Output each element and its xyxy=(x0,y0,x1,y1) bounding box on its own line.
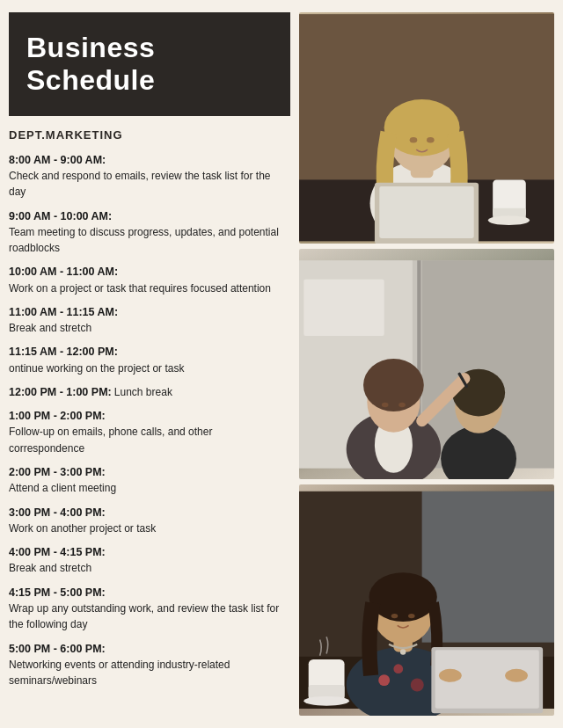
item-text-7: Follow-up on emails, phone calls, and ot… xyxy=(9,426,212,454)
time-label-11: 4:15 PM - 5:00 PM: xyxy=(9,586,106,599)
department-label: DEPT.MARKETING xyxy=(9,128,285,142)
time-label-4: 11:00 AM - 11:15 AM: xyxy=(9,306,118,318)
svg-point-34 xyxy=(393,665,403,674)
svg-point-26 xyxy=(398,403,406,407)
left-panel: Business Schedule DEPT.MARKETING 8:00 AM… xyxy=(9,12,290,716)
item-text-9: Work on another project or task xyxy=(9,522,156,535)
time-label-12: 5:00 PM - 6:00 PM: xyxy=(9,643,106,655)
photo-3 xyxy=(299,484,554,716)
item-text-11: Wrap up any outstanding work, and review… xyxy=(9,602,279,630)
svg-point-24 xyxy=(363,359,424,411)
svg-point-44 xyxy=(439,669,462,682)
time-label-6: 12:00 PM - 1:00 PM: xyxy=(9,386,112,398)
item-text-8: Attend a client meeting xyxy=(9,482,116,494)
photo-2 xyxy=(299,249,554,480)
item-text-6: Lunch break xyxy=(114,386,172,398)
schedule-item-5: 11:15 AM - 12:00 PM: ontinue working on … xyxy=(9,344,285,376)
item-text-4: Break and stretch xyxy=(9,322,91,334)
svg-rect-47 xyxy=(309,685,345,698)
svg-point-33 xyxy=(378,675,390,687)
item-text-10: Break and stretch xyxy=(9,562,91,574)
time-label-8: 2:00 PM - 3:00 PM: xyxy=(9,466,106,478)
item-text-2: Team meeting to discuss progress, update… xyxy=(9,226,279,254)
photo-1 xyxy=(299,12,554,244)
time-label-10: 4:00 PM - 4:15 PM: xyxy=(9,546,106,558)
svg-point-41 xyxy=(408,614,415,618)
schedule-item-9: 3:00 PM - 4:00 PM: Work on another proje… xyxy=(9,505,285,537)
header-box: Business Schedule xyxy=(9,12,290,116)
schedule-item-1: 8:00 AM - 9:00 AM: Check and respond to … xyxy=(9,152,285,200)
svg-point-8 xyxy=(427,137,435,142)
svg-rect-30 xyxy=(422,491,554,643)
time-label-1: 8:00 AM - 9:00 AM: xyxy=(9,154,106,166)
schedule-item-7: 1:00 PM - 2:00 PM: Follow-up on emails, … xyxy=(9,408,285,456)
right-panel xyxy=(290,12,554,716)
page-title: Business Schedule xyxy=(26,32,273,97)
svg-point-45 xyxy=(505,669,528,682)
svg-point-35 xyxy=(411,679,424,692)
svg-point-7 xyxy=(410,137,418,142)
svg-point-6 xyxy=(384,99,460,156)
schedule-item-2: 9:00 AM - 10:00 AM: Team meeting to disc… xyxy=(9,208,285,257)
schedule-item-3: 10:00 AM - 11:00 AM: Work on a project o… xyxy=(9,264,285,296)
time-label-5: 11:15 AM - 12:00 PM: xyxy=(9,346,118,358)
svg-point-25 xyxy=(382,403,389,407)
svg-point-37 xyxy=(400,650,406,655)
item-text-12: Networking events or attending industry-… xyxy=(9,659,230,687)
item-text-5: ontinue working on the project or task xyxy=(9,362,184,375)
schedule-item-10: 4:00 PM - 4:15 PM: Break and stretch xyxy=(9,544,285,577)
svg-point-13 xyxy=(488,215,530,225)
time-label-2: 9:00 AM - 10:00 AM: xyxy=(9,210,112,222)
time-label-7: 1:00 PM - 2:00 PM: xyxy=(9,410,106,422)
schedule-item-11: 4:15 PM - 5:00 PM: Wrap up any outstandi… xyxy=(9,585,285,633)
svg-point-48 xyxy=(303,696,349,706)
schedule-item-8: 2:00 PM - 3:00 PM: Attend a client meeti… xyxy=(9,464,285,497)
schedule-item-6: 12:00 PM - 1:00 PM: Lunch break xyxy=(9,384,285,400)
schedule-item-4: 11:00 AM - 11:15 AM: Break and stretch xyxy=(9,304,285,337)
item-text-1: Check and respond to emails, review the … xyxy=(9,170,270,198)
page: Business Schedule DEPT.MARKETING 8:00 AM… xyxy=(9,12,554,716)
time-label-9: 3:00 PM - 4:00 PM: xyxy=(9,506,106,519)
item-text-3: Work on a project or task that requires … xyxy=(9,282,271,295)
schedule-item-12: 5:00 PM - 6:00 PM: Networking events or … xyxy=(9,641,285,689)
time-label-3: 10:00 AM - 11:00 AM: xyxy=(9,266,118,278)
svg-rect-10 xyxy=(379,186,473,238)
schedule-content: DEPT.MARKETING 8:00 AM - 9:00 AM: Check … xyxy=(9,125,290,697)
svg-rect-28 xyxy=(303,279,384,335)
svg-point-39 xyxy=(369,573,436,622)
svg-point-40 xyxy=(391,614,398,618)
